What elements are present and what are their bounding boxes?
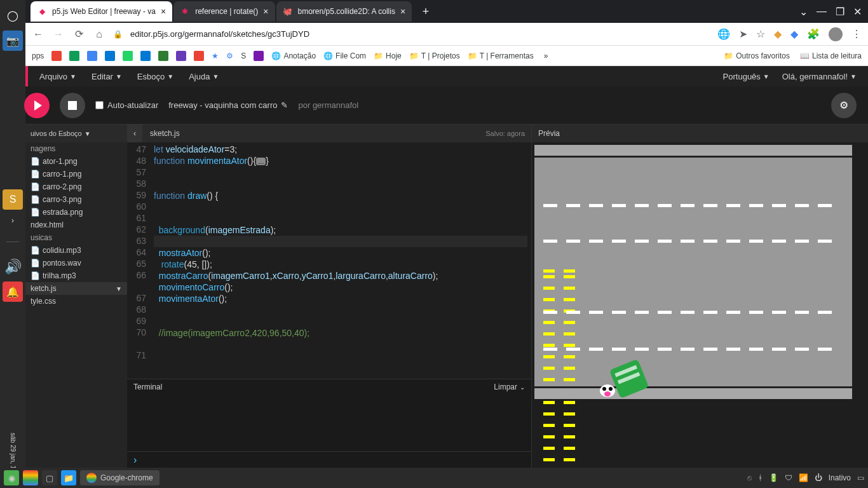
chrome-icon[interactable]	[23, 470, 38, 485]
file-item[interactable]: ndex.html	[25, 219, 127, 231]
bm-icon[interactable]	[69, 51, 79, 61]
user-greeting[interactable]: Olá, germannafol! ▼	[782, 72, 857, 81]
sketch-name[interactable]: freeway - vaquinha com carro	[168, 100, 277, 110]
file-item[interactable]: 📄 carro-3.png	[25, 193, 127, 206]
bm-hoje[interactable]: 📁Hoje	[374, 51, 402, 60]
file-item[interactable]: 📄 carro-2.png	[25, 180, 127, 193]
bm-icon[interactable]	[158, 51, 168, 61]
code-editor[interactable]: 4748575859606162636465666768697071 let v…	[127, 142, 531, 379]
file-item[interactable]: 📄 pontos.wav	[25, 257, 127, 269]
bookmark-star-icon[interactable]: ☆	[756, 28, 765, 40]
tab-github[interactable]: 🐙 bmoren/p5.collide2D: A collis ×	[276, 1, 412, 22]
star-icon[interactable]: ★	[212, 51, 219, 60]
battery-icon[interactable]: 🔋	[769, 473, 778, 482]
gear-bm-icon[interactable]: ⚙	[226, 51, 233, 60]
play-button[interactable]	[24, 93, 50, 118]
bm-other[interactable]: 📁Outros favoritos	[724, 51, 790, 60]
bm-filecom[interactable]: 🌐File Com	[323, 51, 366, 60]
close-icon[interactable]: ×	[161, 6, 166, 17]
volume-icon[interactable]: 🔊	[4, 259, 22, 275]
file-item[interactable]: 📄 ator-1.png	[25, 155, 127, 168]
menu-dots-icon[interactable]: ⋮	[851, 28, 862, 40]
menu-ajuda[interactable]: Ajuda ▼	[189, 72, 219, 81]
url-input[interactable]	[130, 25, 710, 43]
folder-imagens[interactable]: nagens	[25, 142, 127, 155]
bm-projetos[interactable]: 📁T | Projetos	[409, 51, 460, 60]
menu-arquivo[interactable]: Arquivo ▼	[39, 72, 76, 81]
forward-button[interactable]: →	[52, 28, 65, 41]
file-item[interactable]: 📄 trilha.mp3	[25, 269, 127, 282]
auto-update-toggle[interactable]: Auto-atualizar	[95, 100, 158, 110]
collapse-files-button[interactable]: ‹	[127, 125, 142, 142]
settings-button[interactable]: ⚙	[831, 93, 857, 118]
menu-esboco[interactable]: Esboço ▼	[137, 72, 173, 81]
tab-p5js[interactable]: ◆ p5.js Web Editor | freeway - va ×	[31, 1, 172, 22]
tab-reference[interactable]: ✱ reference | rotate() ×	[173, 1, 275, 22]
file-item[interactable]: tyle.css	[25, 295, 127, 308]
reload-button[interactable]: ⟳	[72, 28, 85, 41]
bm-anotacao[interactable]: 🌐Anotação	[271, 51, 316, 60]
clear-button[interactable]: Limpar ⌄	[494, 383, 525, 391]
bluetooth-icon[interactable]: ᚼ	[758, 473, 763, 482]
lang-select[interactable]: Português ▼	[723, 72, 770, 81]
bm-onenote[interactable]	[254, 51, 264, 61]
file-item[interactable]: 📄 carro-1.png	[25, 168, 127, 180]
terminal-output[interactable]	[127, 395, 531, 451]
files-header[interactable]: uivos do Esboço ▼	[25, 125, 127, 142]
bm-ferramentas[interactable]: 📁T | Ferramentas	[468, 51, 534, 60]
chevron-down-icon[interactable]: ⌄	[799, 6, 808, 18]
back-button[interactable]: ←	[32, 28, 44, 41]
bm-icon[interactable]	[105, 51, 115, 61]
bm-overflow[interactable]: »	[544, 51, 548, 60]
shield-icon[interactable]: 🛡	[785, 473, 792, 482]
bm-icon[interactable]	[140, 51, 151, 61]
folder-musicas[interactable]: usicas	[25, 231, 127, 244]
home-button[interactable]: ⌂	[93, 28, 105, 41]
stop-button[interactable]	[60, 93, 85, 118]
file-sketch-active[interactable]: ketch.js ▼	[25, 282, 127, 295]
app-icon-1[interactable]: 📷	[3, 30, 23, 51]
tray-icon[interactable]: ⎋	[747, 473, 752, 482]
bm-icon[interactable]	[51, 51, 62, 61]
translate-icon[interactable]: 🌐	[717, 28, 730, 40]
start-button[interactable]: ◉	[4, 470, 19, 485]
os-menu-icon[interactable]: ◯	[3, 5, 23, 25]
new-tab-button[interactable]: +	[417, 3, 435, 20]
code-tab[interactable]: sketch.js	[142, 129, 187, 138]
close-window-icon[interactable]: ✕	[853, 6, 862, 18]
bm-icon[interactable]	[194, 51, 204, 61]
terminal-prompt[interactable]: ›	[127, 451, 531, 468]
bm-s[interactable]: S	[241, 51, 246, 60]
bm-reading[interactable]: 📖Lista de leitura	[800, 51, 862, 60]
ext-icon-1[interactable]: ◆	[774, 28, 782, 40]
wifi-icon[interactable]: 📶	[799, 473, 808, 482]
ext-icon-2[interactable]: ◆	[790, 28, 798, 40]
apps-label[interactable]: pps	[32, 51, 44, 60]
files-icon[interactable]: 📁	[61, 470, 76, 485]
maximize-icon[interactable]: ❐	[836, 6, 844, 18]
bm-icon[interactable]	[87, 51, 97, 61]
close-icon[interactable]: ×	[400, 6, 405, 17]
file-item[interactable]: 📄 colidiu.mp3	[25, 244, 127, 257]
extensions-icon[interactable]: 🧩	[807, 28, 820, 40]
bm-icon[interactable]	[123, 51, 133, 61]
send-icon[interactable]: ➤	[739, 28, 747, 40]
minimize-icon[interactable]: —	[817, 6, 827, 18]
power-icon[interactable]: ⏻	[815, 473, 822, 482]
file-item[interactable]: 📄 estrada.png	[25, 206, 127, 219]
notification-icon[interactable]: 🔔	[3, 281, 23, 302]
menu-editar[interactable]: Editar ▼	[92, 72, 122, 81]
code-text[interactable]: let velocidadeAtor=3; function movimenta…	[150, 142, 531, 379]
taskbar-chrome[interactable]: Google-chrome	[80, 470, 159, 485]
tray-menu-icon[interactable]: ▭	[857, 473, 864, 482]
avatar[interactable]	[829, 27, 843, 41]
auto-update-checkbox[interactable]	[95, 101, 104, 109]
author-link[interactable]: germannafol	[313, 100, 358, 110]
edit-icon[interactable]: ✎	[281, 100, 288, 110]
app-icon-sublime[interactable]: S	[3, 189, 23, 210]
bm-icon[interactable]	[176, 51, 186, 61]
lock-icon[interactable]: 🔒	[113, 30, 123, 39]
terminal-icon[interactable]: ▢	[42, 470, 57, 485]
close-icon[interactable]: ×	[263, 6, 268, 17]
expand-icon[interactable]: ›	[11, 216, 14, 225]
